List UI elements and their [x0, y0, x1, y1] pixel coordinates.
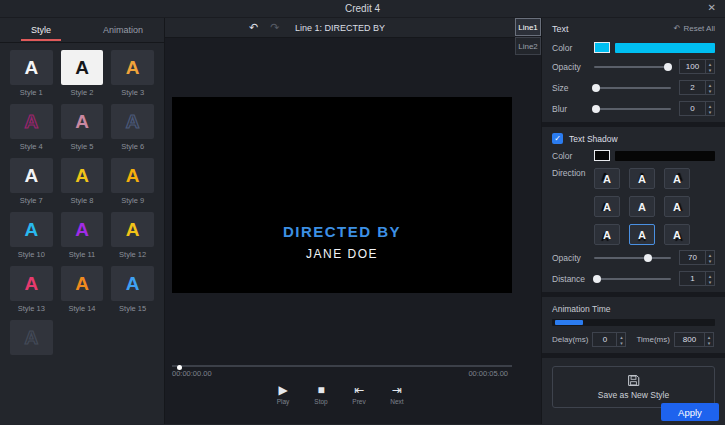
style-thumb[interactable]: A [61, 212, 104, 247]
style-item[interactable]: AStyle 7 [10, 158, 53, 205]
preview-header: ↶ ↷ Line 1: DIRECTED BY [165, 18, 515, 38]
size-spinner[interactable]: 2 ▴▾ [679, 80, 715, 95]
style-item[interactable]: AStyle 6 [111, 104, 154, 151]
style-item[interactable]: AStyle 12 [111, 212, 154, 259]
animation-time-title: Animation Time [542, 300, 725, 316]
spinner-arrows[interactable]: ▴▾ [705, 102, 714, 115]
animation-bar-fill[interactable] [555, 320, 583, 325]
tab-style[interactable]: Style [0, 18, 82, 42]
prev-button[interactable]: ⇤Prev [350, 383, 368, 424]
delay-spinner[interactable]: 0 ▴▾ [592, 332, 626, 347]
style-item[interactable]: AStyle 2 [61, 50, 104, 97]
preview-canvas[interactable]: DIRECTED BY JANE DOE [172, 97, 512, 293]
style-thumb[interactable]: A [61, 158, 104, 193]
stop-button[interactable]: ■Stop [312, 383, 330, 424]
text-color-swatch[interactable] [594, 42, 610, 53]
style-thumb[interactable]: A [10, 158, 53, 193]
timeline: 00:00:00.00 00:00:05.00 [165, 363, 515, 379]
shadow-direction-option[interactable]: A [629, 224, 655, 245]
style-item[interactable]: AStyle 9 [111, 158, 154, 205]
style-thumb[interactable]: A [61, 266, 104, 301]
blur-spinner[interactable]: 0 ▴▾ [679, 101, 715, 116]
style-item[interactable]: AStyle 10 [10, 212, 53, 259]
tab-line2[interactable]: Line2 [515, 37, 541, 55]
style-item-label: Style 10 [10, 250, 53, 259]
style-item[interactable]: AStyle 5 [61, 104, 104, 151]
shadow-color-swatch[interactable] [594, 150, 610, 161]
style-thumb[interactable]: A [10, 104, 53, 139]
shadow-direction-option[interactable]: A [594, 196, 620, 217]
style-item[interactable]: AStyle 4 [10, 104, 53, 151]
tab-line1[interactable]: Line1 [515, 18, 541, 36]
blur-slider[interactable] [594, 103, 671, 115]
text-shadow-checkbox[interactable]: ✓ [552, 133, 563, 144]
play-button[interactable]: ▶Play [274, 383, 292, 424]
next-button[interactable]: ⇥Next [388, 383, 406, 424]
text-color-bar[interactable] [615, 43, 715, 53]
style-thumb[interactable]: A [10, 212, 53, 247]
tab-animation[interactable]: Animation [82, 18, 164, 42]
redo-icon[interactable]: ↷ [270, 21, 279, 34]
style-thumb[interactable]: A [10, 266, 53, 301]
shadow-color-bar[interactable] [615, 151, 715, 161]
style-thumb[interactable]: A [61, 104, 104, 139]
save-as-new-style-button[interactable]: Save as New Style [552, 366, 715, 408]
blur-label: Blur [552, 104, 594, 114]
undo-icon[interactable]: ↶ [249, 21, 258, 34]
timeline-track[interactable] [172, 365, 512, 367]
time-spinner[interactable]: 800 ▴▾ [674, 332, 714, 347]
blur-value: 0 [680, 102, 705, 115]
spinner-arrows[interactable]: ▴▾ [616, 333, 625, 346]
style-thumb[interactable]: A [111, 104, 154, 139]
caption-line2[interactable]: JANE DOE [172, 247, 512, 261]
style-thumb[interactable]: A [10, 50, 53, 85]
style-item[interactable]: AStyle 15 [111, 266, 154, 313]
left-tabs: StyleAnimation [0, 18, 164, 43]
style-item[interactable]: AStyle 1 [10, 50, 53, 97]
style-item[interactable]: AStyle 13 [10, 266, 53, 313]
direction-row: Direction AAAAAAAAA [542, 164, 725, 247]
playhead[interactable] [177, 365, 182, 370]
reset-all-button[interactable]: ↶ Reset All [674, 24, 715, 33]
shadow-direction-option[interactable]: A [594, 224, 620, 245]
animation-time-bar[interactable] [552, 319, 715, 326]
shadow-direction-option[interactable]: A [664, 224, 690, 245]
style-item[interactable]: AStyle 14 [61, 266, 104, 313]
shadow-direction-option[interactable]: A [664, 168, 690, 189]
style-thumb[interactable]: A [111, 158, 154, 193]
shadow-opacity-slider[interactable] [594, 252, 671, 264]
stop-icon: ■ [312, 383, 330, 397]
shadow-distance-spinner[interactable]: 1 ▴▾ [679, 271, 715, 286]
spinner-arrows[interactable]: ▴▾ [705, 60, 714, 73]
spinner-arrows[interactable]: ▴▾ [705, 251, 714, 264]
opacity-slider[interactable] [594, 61, 671, 73]
size-slider[interactable] [594, 82, 671, 94]
shadow-direction-option[interactable]: A [664, 196, 690, 217]
spinner-arrows[interactable]: ▴▾ [704, 333, 713, 346]
style-item[interactable]: AStyle 3 [111, 50, 154, 97]
caption-line1[interactable]: DIRECTED BY [172, 223, 512, 240]
style-thumb[interactable]: A [61, 50, 104, 85]
opacity-spinner[interactable]: 100 ▴▾ [679, 59, 715, 74]
style-item-label: Style 14 [61, 304, 104, 313]
shadow-direction-option[interactable]: A [629, 168, 655, 189]
style-item[interactable]: AStyle 8 [61, 158, 104, 205]
style-thumb[interactable]: A [111, 50, 154, 85]
spinner-arrows[interactable]: ▴▾ [705, 272, 714, 285]
blur-row: Blur 0 ▴▾ [542, 98, 725, 119]
shadow-opacity-spinner[interactable]: 70 ▴▾ [679, 250, 715, 265]
text-panel-header: Text ↶ Reset All [542, 18, 725, 39]
apply-button[interactable]: Apply [661, 403, 719, 421]
next-icon: ⇥ [388, 383, 406, 397]
style-thumb[interactable]: A [111, 212, 154, 247]
style-thumb[interactable]: A [10, 320, 53, 355]
style-item[interactable]: A [10, 320, 53, 358]
spinner-arrows[interactable]: ▴▾ [705, 81, 714, 94]
shadow-color-label: Color [552, 151, 594, 161]
style-thumb[interactable]: A [111, 266, 154, 301]
close-icon[interactable]: ✕ [708, 2, 716, 13]
style-item[interactable]: AStyle 11 [61, 212, 104, 259]
shadow-direction-option[interactable]: A [629, 196, 655, 217]
shadow-distance-slider[interactable] [594, 273, 671, 285]
shadow-direction-option[interactable]: A [594, 168, 620, 189]
